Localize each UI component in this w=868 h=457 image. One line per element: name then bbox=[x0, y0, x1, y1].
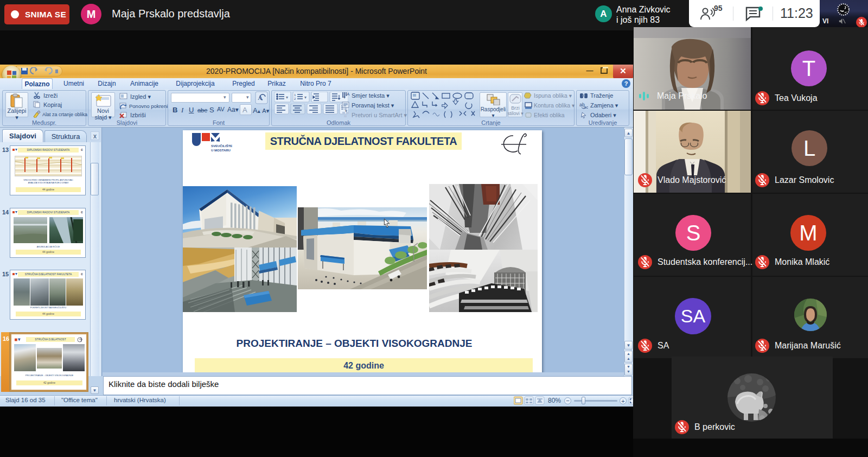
svg-text:ac: ac bbox=[584, 105, 588, 109]
svg-text:▾: ▾ bbox=[304, 95, 307, 100]
svg-text:U MOSTARU: U MOSTARU bbox=[211, 149, 231, 152]
svg-text:A: A bbox=[347, 92, 350, 97]
svg-text:SVEUČILIŠTE: SVEUČILIŠTE bbox=[211, 144, 232, 148]
svg-text:▾: ▾ bbox=[286, 95, 288, 100]
